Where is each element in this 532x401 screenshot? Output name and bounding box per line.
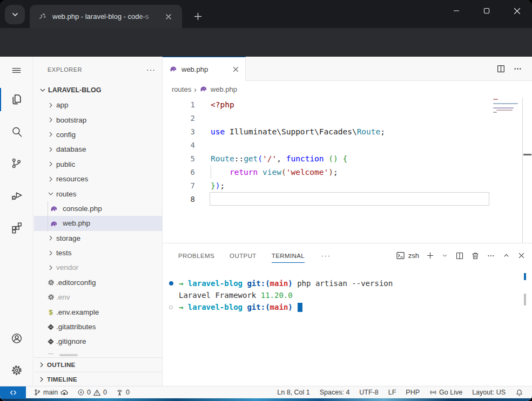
encoding-item[interactable]: UTF-8 (356, 389, 381, 396)
tree-item-gitignore[interactable]: .gitignore (34, 334, 162, 349)
editor-tab-close-button[interactable] (230, 64, 241, 74)
tree-item-editorconfig[interactable]: .editorconfig (34, 275, 162, 290)
tree-item-app[interactable]: app (34, 98, 162, 112)
sidebar-item-extensions[interactable] (0, 211, 33, 243)
sidebar-item-run-debug[interactable] (0, 179, 33, 211)
timeline-section-header[interactable]: TIMELINE (34, 372, 162, 386)
tab-output[interactable]: OUTPUT (230, 243, 257, 268)
explorer-more-button[interactable]: ··· (146, 65, 156, 74)
terminal-dropdown-icon[interactable] (441, 252, 448, 259)
activity-bar (0, 57, 33, 386)
project-root-row[interactable]: LARAVEL-BLOG (34, 82, 162, 98)
code-line-5: 5Route::get('/', function () { (163, 152, 532, 165)
ports-status-item[interactable]: 0 (112, 389, 133, 397)
eol-item[interactable]: LF (385, 389, 400, 396)
branch-status-item[interactable]: main (30, 388, 72, 397)
panel-more-actions-icon[interactable] (487, 252, 495, 260)
git-file-icon (47, 338, 55, 345)
tree-item-public[interactable]: public (34, 157, 162, 172)
tree-item-label: public (56, 160, 75, 168)
env-example-file-icon: $ (46, 308, 55, 316)
outline-section-label: OUTLINE (47, 362, 76, 368)
minimize-button[interactable] (441, 0, 472, 22)
minimap-line (493, 112, 497, 113)
tree-item-routes[interactable]: routes (34, 186, 162, 201)
code-line-8: 8 (163, 192, 532, 206)
tree-item-env[interactable]: .env (34, 290, 162, 304)
keyboard-layout-item[interactable]: Layout: US (469, 389, 509, 396)
account-button[interactable] (0, 322, 33, 354)
sidebar-item-source-control[interactable] (0, 147, 33, 179)
tree-item-label: resources (56, 175, 88, 183)
warnings-icon (93, 389, 101, 397)
terminal-cursor (298, 303, 302, 312)
tree-item-gitattributes[interactable]: .gitattributes (34, 320, 162, 334)
files-icon (9, 92, 24, 107)
tree-item-env-example[interactable]: $.env.example (34, 304, 162, 319)
terminal-content[interactable]: → laravel-blog git:(main) php artisan --… (163, 268, 532, 386)
sidebar-item-explorer[interactable] (0, 84, 33, 115)
split-editor-icon[interactable] (496, 64, 506, 73)
browser-tab[interactable]: web.php - laravel-blog - code-s (30, 5, 182, 28)
editor-more-actions-icon[interactable] (513, 64, 522, 73)
go-live-item[interactable]: Go Live (426, 389, 466, 396)
folder-chevron (46, 145, 55, 154)
tree-item-bootstrap[interactable]: bootstrap (34, 112, 162, 127)
tab-terminal[interactable]: TERMINAL (272, 243, 305, 268)
tree-item-vendor[interactable]: vendor (34, 260, 162, 275)
browser-tabstrip: web.php - laravel-blog - code-s (0, 0, 532, 28)
tab-search-button[interactable] (5, 5, 25, 24)
new-terminal-icon[interactable] (426, 252, 434, 260)
kill-terminal-trash-icon[interactable] (471, 252, 480, 260)
tree-item-web-php[interactable]: web.php (34, 216, 162, 230)
maximize-panel-icon[interactable] (502, 252, 510, 260)
language-mode-item[interactable]: PHP (402, 389, 423, 396)
browser-window: web.php - laravel-blog - code-s (0, 0, 532, 401)
php-file-icon (199, 84, 208, 93)
tree-item-config[interactable]: config (34, 127, 162, 142)
tree-item-label: database (56, 145, 86, 153)
error-count: 0 (87, 389, 91, 396)
code-line-3: 3use Illuminate\Support\Facades\Route; (163, 125, 532, 138)
cursor-position-item[interactable]: Ln 8, Col 1 (274, 389, 313, 396)
tree-item-console-php[interactable]: console.php (34, 201, 162, 216)
editor-tab-webphp[interactable]: web.php (163, 57, 246, 81)
go-live-label: Go Live (439, 389, 462, 396)
overview-ruler[interactable] (522, 98, 532, 243)
close-panel-icon[interactable] (517, 252, 526, 260)
maximize-button[interactable] (472, 0, 502, 22)
breadcrumb-file[interactable]: web.php (211, 85, 237, 93)
breadcrumb[interactable]: routes › web.php (163, 81, 532, 98)
sidebar-item-search[interactable] (0, 115, 33, 147)
status-bar: main 0 0 0 Ln 8, Col 1 Spaces: 4 UTF-8 (0, 386, 532, 398)
breadcrumb-folder[interactable]: routes (172, 85, 191, 93)
breadcrumb-separator: › (194, 85, 197, 94)
terminal-scrollbar[interactable] (524, 294, 526, 305)
tree-item-tests[interactable]: tests (34, 246, 162, 260)
panel-more-tabs-button[interactable]: ··· (321, 252, 331, 260)
code-editor[interactable]: 1<?php23use Illuminate\Support\Facades\R… (163, 98, 532, 243)
new-tab-button[interactable] (190, 9, 205, 24)
minimap[interactable] (490, 98, 522, 243)
folder-chevron (46, 234, 55, 242)
terminal-shell-item[interactable]: zsh (396, 251, 419, 260)
tree-item-database[interactable]: database (34, 142, 162, 157)
tab-problems[interactable]: PROBLEMS (178, 243, 214, 268)
notifications-item[interactable] (512, 389, 527, 397)
settings-button[interactable] (0, 354, 33, 386)
problems-status-item[interactable]: 0 0 (74, 389, 110, 397)
browser-tab-title: web.php - laravel-blog - code-s (52, 12, 160, 21)
tab-close-button[interactable] (163, 11, 174, 23)
tree-item-resources[interactable]: resources (34, 172, 162, 186)
tree-item-label: storage (56, 234, 80, 242)
outline-section-header[interactable]: OUTLINE (34, 357, 162, 372)
menu-button[interactable] (0, 57, 33, 84)
line-number: 4 (163, 141, 195, 149)
tree-item-storage[interactable]: storage (34, 231, 162, 246)
php-file-icon (169, 64, 178, 74)
close-window-button[interactable] (502, 0, 532, 22)
split-terminal-icon[interactable] (455, 252, 464, 260)
remote-indicator[interactable] (0, 386, 26, 399)
indentation-item[interactable]: Spaces: 4 (316, 389, 353, 396)
chevron-right-icon (46, 160, 55, 168)
